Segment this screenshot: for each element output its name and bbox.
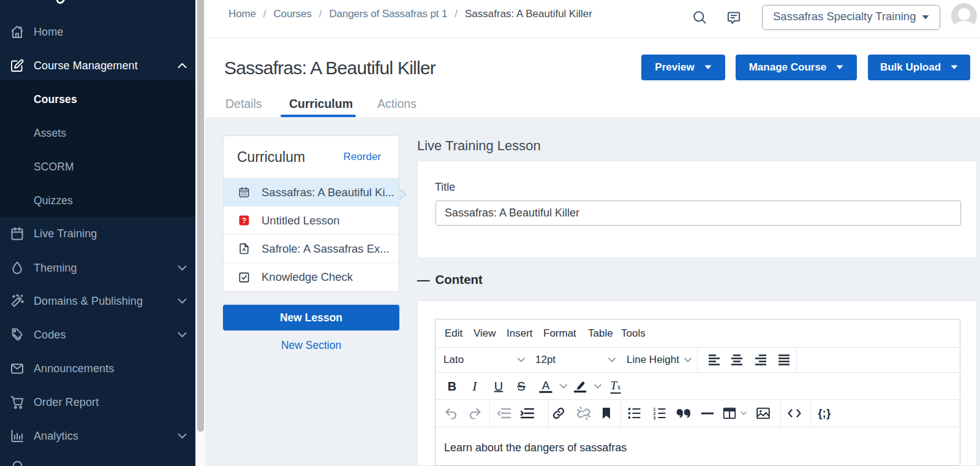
svg-text:3: 3 <box>654 416 656 419</box>
svg-text:1: 1 <box>654 407 656 411</box>
svg-text:?: ? <box>242 216 246 225</box>
svg-text:2: 2 <box>654 411 656 416</box>
